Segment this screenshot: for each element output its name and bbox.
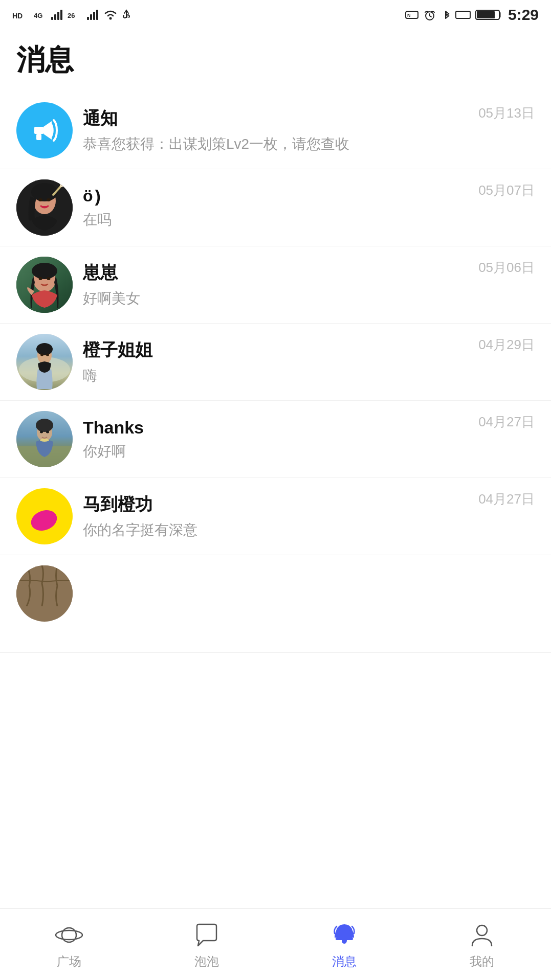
avatar-image bbox=[16, 257, 73, 313]
nfc-icon: N bbox=[405, 9, 419, 20]
message-preview: 恭喜您获得：出谋划策Lv2一枚，请您查收 bbox=[83, 134, 468, 154]
status-right: N 5:29 bbox=[405, 6, 539, 24]
signal-bars-icon bbox=[51, 10, 64, 20]
message-content: Thanks 你好啊 bbox=[73, 418, 478, 461]
message-time: 04月27日 bbox=[478, 411, 535, 431]
list-item[interactable]: 马到橙功 你的名字挺有深意 04月27日 bbox=[0, 478, 551, 555]
contact-name: ö) bbox=[83, 186, 468, 206]
svg-rect-45 bbox=[16, 565, 73, 606]
contact-name: 崽崽 bbox=[83, 261, 468, 285]
list-item[interactable]: ö) 在吗 05月07日 bbox=[0, 169, 551, 246]
nav-label-mine: 我的 bbox=[470, 953, 494, 970]
message-preview: 嗨 bbox=[83, 366, 468, 385]
svg-point-42 bbox=[36, 419, 53, 432]
svg-rect-10 bbox=[96, 10, 98, 20]
avatar bbox=[16, 179, 73, 236]
message-preview: 你的名字挺有深意 bbox=[83, 520, 468, 540]
svg-rect-17 bbox=[477, 11, 495, 18]
chat-bubble-icon bbox=[191, 920, 222, 950]
svg-point-31 bbox=[39, 277, 42, 280]
message-content: 马到橙功 你的名字挺有深意 bbox=[73, 493, 478, 540]
message-content: 通知 恭喜您获得：出谋划策Lv2一枚，请您查收 bbox=[73, 107, 478, 154]
message-preview: 在吗 bbox=[83, 210, 468, 230]
svg-point-24 bbox=[47, 198, 51, 201]
message-content: 一芸 bbox=[73, 580, 535, 607]
message-content: ö) 在吗 bbox=[73, 186, 478, 230]
svg-rect-5 bbox=[60, 10, 62, 20]
svg-rect-2 bbox=[51, 17, 53, 20]
yellow-blob bbox=[28, 507, 60, 534]
nav-item-plaza[interactable]: 广场 bbox=[0, 920, 138, 970]
svg-rect-9 bbox=[93, 12, 95, 20]
svg-text:26: 26 bbox=[68, 12, 75, 19]
message-content: 橙子姐姐 嗨 bbox=[73, 338, 478, 385]
data-2g-icon: 26 bbox=[68, 9, 84, 20]
message-time: 04月27日 bbox=[478, 488, 535, 508]
signal-4g-icon: 4G bbox=[34, 9, 48, 20]
usb-icon bbox=[121, 9, 132, 20]
nav-label-bubble: 泡泡 bbox=[194, 953, 219, 970]
nav-item-bubble[interactable]: 泡泡 bbox=[138, 920, 275, 970]
svg-rect-7 bbox=[87, 17, 89, 20]
svg-point-11 bbox=[109, 17, 112, 20]
time-display: 5:29 bbox=[508, 6, 539, 24]
avatar bbox=[16, 411, 73, 467]
svg-point-23 bbox=[38, 198, 42, 201]
svg-rect-48 bbox=[336, 938, 353, 940]
svg-point-32 bbox=[47, 277, 51, 280]
svg-text:4G: 4G bbox=[34, 12, 42, 19]
list-item[interactable]: 橙子姐姐 嗨 04月29日 bbox=[0, 324, 551, 401]
nav-item-messages[interactable]: 消息 bbox=[276, 920, 413, 970]
bluetooth-icon bbox=[440, 9, 451, 20]
status-bar: HD 4G 26 bbox=[0, 0, 551, 29]
svg-point-47 bbox=[56, 930, 82, 940]
svg-rect-4 bbox=[57, 12, 59, 20]
message-time: 04月29日 bbox=[478, 334, 535, 354]
megaphone-icon bbox=[27, 113, 62, 148]
message-preview: 好啊美女 bbox=[83, 289, 468, 308]
page-title: 消息 bbox=[0, 29, 551, 86]
avatar bbox=[16, 488, 73, 544]
svg-point-30 bbox=[32, 263, 57, 279]
wifi-icon bbox=[103, 9, 118, 20]
status-left: HD 4G 26 bbox=[12, 9, 132, 20]
svg-point-50 bbox=[337, 928, 340, 931]
contact-name: Thanks bbox=[83, 418, 468, 438]
planet-icon bbox=[54, 920, 84, 950]
list-item[interactable]: 崽崽 好啊美女 05月06日 bbox=[0, 246, 551, 324]
nav-label-messages: 消息 bbox=[332, 953, 357, 970]
message-content: 崽崽 好啊美女 bbox=[73, 261, 478, 308]
avatar bbox=[16, 102, 73, 158]
emoji-icon: ö bbox=[83, 187, 93, 206]
nav-item-mine[interactable]: 我的 bbox=[413, 920, 551, 970]
svg-rect-15 bbox=[456, 11, 470, 18]
svg-point-51 bbox=[477, 925, 487, 936]
list-item[interactable]: 通知 恭喜您获得：出谋划策Lv2一枚，请您查收 05月13日 bbox=[0, 92, 551, 169]
bottom-navigation: 广场 泡泡 消息 bbox=[0, 908, 551, 980]
message-time: 05月07日 bbox=[478, 179, 535, 199]
screen-icon bbox=[455, 9, 471, 20]
svg-text:HD: HD bbox=[12, 12, 23, 20]
avatar bbox=[16, 257, 73, 313]
avatar bbox=[16, 334, 73, 390]
nav-label-plaza: 广场 bbox=[57, 953, 81, 970]
avatar-image bbox=[16, 179, 73, 236]
svg-point-38 bbox=[46, 354, 49, 356]
avatar bbox=[16, 565, 73, 622]
svg-rect-18 bbox=[34, 127, 43, 134]
list-item[interactable]: Thanks 你好啊 04月27日 bbox=[0, 401, 551, 478]
svg-rect-3 bbox=[54, 14, 56, 20]
message-list: 通知 恭喜您获得：出谋划策Lv2一枚，请您查收 05月13日 bbox=[0, 86, 551, 659]
avatar-image bbox=[16, 565, 73, 606]
list-item[interactable]: 一芸 bbox=[0, 555, 551, 653]
message-time: 05月06日 bbox=[478, 257, 535, 277]
svg-point-44 bbox=[46, 431, 49, 434]
contact-name: 马到橙功 bbox=[83, 493, 468, 516]
avatar-image bbox=[16, 411, 73, 467]
hd-icon: HD bbox=[12, 9, 31, 20]
message-time: 05月13日 bbox=[478, 102, 535, 122]
contact-name: 橙子姐姐 bbox=[83, 338, 468, 362]
svg-point-43 bbox=[40, 431, 43, 434]
svg-point-49 bbox=[349, 928, 352, 931]
signal-bars2-icon bbox=[87, 10, 100, 20]
